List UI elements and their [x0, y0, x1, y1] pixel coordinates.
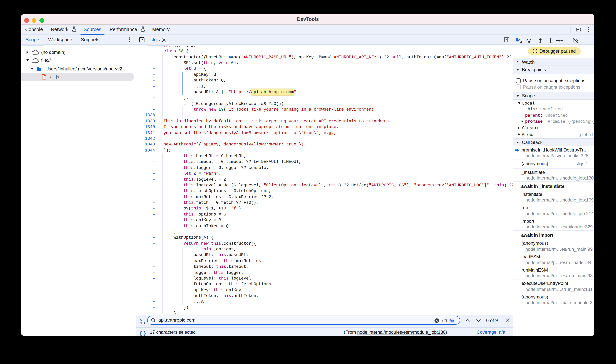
svg-text:A: A	[140, 318, 142, 321]
svg-text:B: B	[142, 321, 145, 325]
